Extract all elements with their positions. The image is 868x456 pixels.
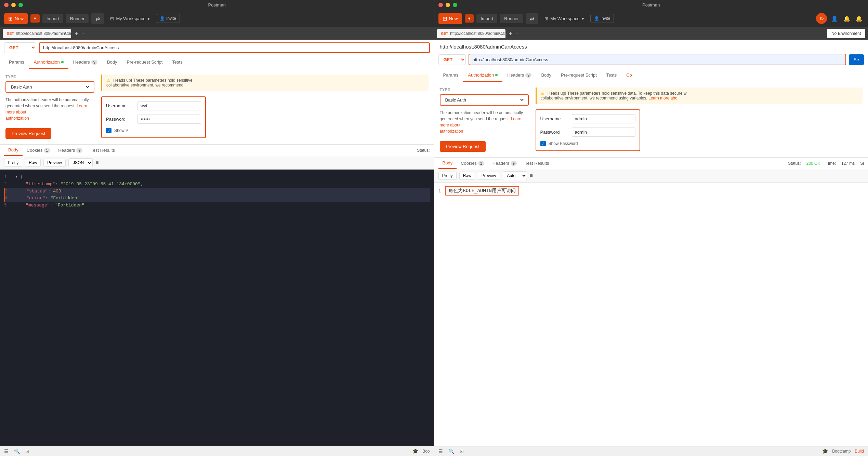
response-tabs-left: Body Cookies 1 Headers 9 Test Results St…	[0, 145, 434, 156]
tabs-bar-right: GET http://localhost:8080/adminCan/ + ··…	[434, 27, 868, 40]
new-dropdown-left[interactable]: ▼	[30, 14, 40, 23]
tab-url-right: http://localhost:8080/adminCan/	[450, 31, 508, 36]
format-select-left[interactable]: JSON XML HTML	[68, 158, 93, 167]
max-btn-right[interactable]	[453, 3, 457, 7]
auth-link-left[interactable]: authorization	[5, 116, 29, 121]
raw-btn-right[interactable]: Raw	[459, 172, 475, 180]
bootcamp-label-left[interactable]: Boo	[422, 449, 430, 454]
pre-request-tab-left[interactable]: Pre-request Script	[122, 56, 168, 69]
anon-icon-right[interactable]: 👤	[830, 14, 839, 23]
workspace-button-right[interactable]: ⊞ My Workspace ▾	[541, 14, 588, 23]
params-tab-left[interactable]: Params	[4, 56, 29, 69]
min-btn-left[interactable]	[11, 3, 16, 7]
search-icon-right[interactable]: 🔍	[448, 448, 454, 454]
type-select-left[interactable]: Basic Auth Bearer Token No Auth	[10, 84, 90, 90]
type-select-wrapper-right[interactable]: Basic Auth Bearer Token No Auth	[440, 94, 529, 106]
preview-request-btn-left[interactable]: Preview Request	[5, 128, 51, 139]
close-btn-left[interactable]	[4, 3, 9, 7]
console-icon-left[interactable]: ⊡	[25, 448, 29, 454]
raw-btn-left[interactable]: Raw	[25, 159, 41, 167]
fork-button-left[interactable]: ⇄	[91, 13, 104, 24]
test-results-tab-right[interactable]: Test Results	[521, 158, 553, 169]
method-select-right[interactable]: GET POST	[438, 54, 466, 65]
tab-item-right[interactable]: GET http://localhost:8080/adminCan/	[437, 29, 505, 38]
sidebar-icon-left[interactable]: ☰	[4, 448, 9, 454]
tab-add-left[interactable]: +	[73, 30, 80, 37]
headers-tab-right[interactable]: Headers 9	[502, 69, 536, 82]
body-tab-right[interactable]: Body	[536, 69, 556, 82]
import-button-left[interactable]: Import	[42, 14, 63, 23]
username-input-right[interactable]	[572, 114, 635, 123]
cookies-response-tab-right[interactable]: Cookies 1	[457, 158, 488, 169]
authorization-tab-right[interactable]: Authorization	[463, 69, 502, 82]
tab-item-left[interactable]: GET http://localhost:8080/adminCan/	[3, 29, 71, 38]
username-input-left[interactable]	[137, 101, 201, 110]
max-btn-left[interactable]	[18, 3, 23, 7]
import-button-right[interactable]: Import	[476, 14, 497, 23]
invite-button-left[interactable]: 👤 Invite	[156, 14, 180, 23]
tests-tab-right[interactable]: Tests	[602, 69, 621, 82]
no-env-button[interactable]: No Environment	[827, 29, 865, 38]
body-response-tab-right[interactable]: Body	[438, 158, 457, 169]
min-btn-right[interactable]	[446, 3, 450, 7]
pre-request-tab-right[interactable]: Pre-request Script	[556, 69, 602, 82]
tests-tab-left[interactable]: Tests	[167, 56, 187, 69]
preview-request-btn-right[interactable]: Preview Request	[440, 141, 486, 152]
type-select-wrapper-left[interactable]: Basic Auth Bearer Token No Auth	[5, 81, 94, 93]
auth-link-right[interactable]: authorization	[440, 129, 463, 134]
format-icon-right[interactable]: ≡	[530, 173, 533, 179]
new-button-left[interactable]: ⊞ New	[4, 13, 28, 24]
console-icon-right[interactable]: ⊡	[460, 448, 464, 454]
build-label-right[interactable]: Build	[855, 449, 864, 454]
body-response-tab-left[interactable]: Body	[4, 145, 23, 156]
new-button-right[interactable]: ⊞ New	[438, 13, 462, 24]
format-icon-left[interactable]: ≡	[95, 160, 98, 166]
show-password-checkbox-right[interactable]: ✓	[540, 141, 546, 146]
time-label-right: Time:	[826, 161, 836, 166]
runner-button-left[interactable]: Runner	[66, 14, 89, 23]
test-results-tab-left[interactable]: Test Results	[87, 145, 119, 156]
learn-more-link-warn-right[interactable]: Learn more abo	[648, 96, 678, 100]
runner-button-right[interactable]: Runner	[500, 14, 523, 23]
url-input-left[interactable]	[43, 45, 426, 50]
params-tab-right[interactable]: Params	[438, 69, 463, 82]
fork-button-right[interactable]: ⇄	[526, 13, 538, 24]
sync-button-right[interactable]: ↻	[816, 13, 827, 24]
password-input-right[interactable]	[572, 128, 635, 137]
cookies-response-tab-left[interactable]: Cookies 1	[23, 145, 54, 156]
code-line-3: 3 "status": 403,	[4, 188, 430, 195]
bootcamp-label-right[interactable]: Bootcamp	[832, 449, 851, 454]
new-dropdown-right[interactable]: ▼	[465, 14, 474, 23]
authorization-tab-left[interactable]: Authorization	[29, 56, 68, 69]
send-button-right[interactable]: Se	[849, 54, 864, 65]
notification-icon-right[interactable]: 🔔	[854, 14, 864, 23]
search-icon-left[interactable]: 🔍	[14, 448, 20, 454]
preview-btn-code-right[interactable]: Preview	[478, 172, 500, 180]
co-tab-right[interactable]: Co	[621, 69, 637, 82]
headers-tab-left[interactable]: Headers 9	[68, 56, 102, 69]
url-input-right[interactable]	[473, 57, 842, 62]
tab-more-left[interactable]: ···	[82, 31, 86, 36]
headers-response-tab-left[interactable]: Headers 9	[54, 145, 87, 156]
sidebar-icon-right[interactable]: ☰	[438, 448, 443, 454]
headers-response-tab-right[interactable]: Headers 9	[488, 158, 521, 169]
method-select-left[interactable]: GET POST PUT DELETE	[4, 42, 36, 53]
tab-more-right[interactable]: ···	[516, 31, 520, 36]
url-input-wrapper-left[interactable]	[39, 42, 430, 53]
req-tabs-right: Params Authorization Headers 9 Body Pre-…	[434, 69, 868, 82]
preview-btn-code-left[interactable]: Preview	[43, 159, 66, 167]
response-line-wrapper: 1 角色为ROLE_ADMIN用户可访问	[438, 186, 864, 196]
url-input-wrapper-right[interactable]	[469, 54, 846, 65]
format-select-right[interactable]: Auto JSON XML	[503, 171, 527, 180]
show-password-checkbox-left[interactable]: ✓	[106, 128, 111, 133]
invite-button-right[interactable]: 👤 Invite	[590, 14, 614, 23]
type-select-right[interactable]: Basic Auth Bearer Token No Auth	[444, 97, 525, 103]
password-input-left[interactable]	[137, 115, 201, 124]
close-btn-right[interactable]	[438, 3, 443, 7]
pretty-btn-left[interactable]: Pretty	[4, 159, 22, 167]
body-tab-left[interactable]: Body	[102, 56, 122, 69]
pretty-btn-right[interactable]: Pretty	[438, 172, 457, 180]
workspace-button-left[interactable]: ⊞ My Workspace ▾	[107, 14, 153, 23]
tab-add-right[interactable]: +	[507, 30, 515, 37]
bell-icon-right[interactable]: 🔔	[842, 14, 852, 23]
